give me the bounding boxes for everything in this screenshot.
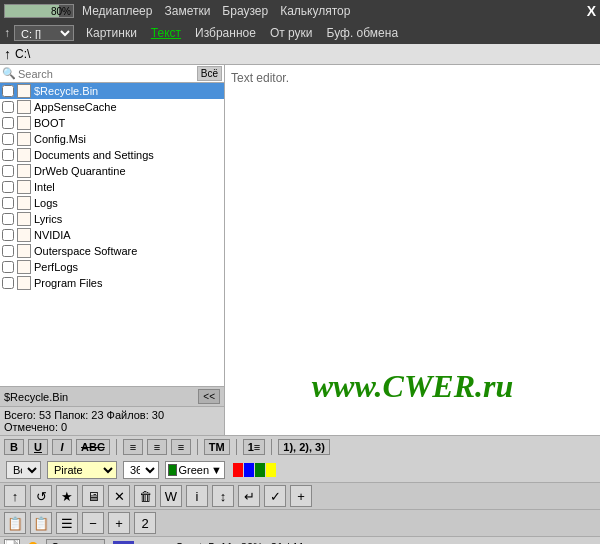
move-up-button[interactable]: ↑ (4, 485, 26, 507)
search-icon: 🔍 (2, 67, 16, 80)
close-button[interactable]: X (587, 3, 596, 19)
path-bar: ↑ C:\ (0, 44, 600, 65)
search-input[interactable] (18, 68, 197, 80)
nav-calculator[interactable]: Калькулятор (280, 4, 350, 18)
list-item[interactable]: Documents and Settings (0, 147, 224, 163)
nav-notes[interactable]: Заметки (164, 4, 210, 18)
strikethrough-button[interactable]: ABC (76, 439, 110, 455)
two-button[interactable]: 2 (134, 512, 156, 534)
list-button[interactable]: 1≡ (243, 439, 266, 455)
size-dropdown[interactable]: 36 (123, 461, 159, 479)
list-view-button[interactable]: ☰ (56, 512, 78, 534)
file-checkbox[interactable] (2, 277, 14, 289)
color-palette (233, 463, 276, 477)
close-icon-btn[interactable]: ✕ (108, 485, 130, 507)
file-checkbox[interactable] (2, 85, 14, 97)
color-green[interactable] (255, 463, 265, 477)
list-item[interactable]: PerfLogs (0, 259, 224, 275)
tab-pictures[interactable]: Картинки (86, 26, 137, 40)
up-dir-icon[interactable]: ↑ (4, 46, 11, 62)
editor-area[interactable]: Text editor. www.CWER.ru (225, 65, 600, 435)
list-item[interactable]: DrWeb Quarantine (0, 163, 224, 179)
list-item[interactable]: Logs (0, 195, 224, 211)
progress-bar: 80% (4, 4, 74, 18)
tab-text[interactable]: Текст (151, 26, 181, 40)
sort-button[interactable]: ↕ (212, 485, 234, 507)
tm-button[interactable]: TM (204, 439, 230, 455)
computer-button[interactable]: 🖥 (82, 485, 104, 507)
paste-button[interactable]: 📋 (30, 512, 52, 534)
italic-button[interactable]: I (52, 439, 72, 455)
file-checkbox[interactable] (2, 197, 14, 209)
save-button[interactable]: Сохранит (46, 539, 105, 544)
editor-placeholder: Text editor. (231, 71, 289, 85)
align-left-button[interactable]: ≡ (123, 439, 143, 455)
info-button[interactable]: i (186, 485, 208, 507)
scope-dropdown[interactable]: Всё (6, 461, 41, 479)
star-button[interactable]: ★ (56, 485, 78, 507)
tab-favorites[interactable]: Избранное (195, 26, 256, 40)
file-svg (6, 540, 18, 544)
align-right-button[interactable]: ≡ (171, 439, 191, 455)
file-checkbox[interactable] (2, 213, 14, 225)
toolbar-row3: ↑ ↺ ★ 🖥 ✕ 🗑 W i ↕ ↵ ✓ + (0, 482, 600, 509)
color-red[interactable] (233, 463, 243, 477)
file-checkbox[interactable] (2, 229, 14, 241)
file-checkbox[interactable] (2, 101, 14, 113)
list-item[interactable]: AppSenseCache (0, 99, 224, 115)
numbering-button[interactable]: 1), 2), 3) (278, 439, 330, 455)
word-button[interactable]: W (160, 485, 182, 507)
check-button[interactable]: ✓ (264, 485, 286, 507)
color-name: Green (179, 464, 210, 476)
folder-icon (17, 148, 31, 162)
file-checkbox[interactable] (2, 165, 14, 177)
delete-button[interactable]: 🗑 (134, 485, 156, 507)
right-panel: Text editor. www.CWER.ru (225, 65, 600, 435)
color-select-area: Green ▼ (165, 461, 225, 479)
search-all-button[interactable]: Всё (197, 66, 222, 81)
file-checkbox[interactable] (2, 149, 14, 161)
list-item[interactable]: BOOT (0, 115, 224, 131)
file-name: BOOT (34, 117, 65, 129)
bold-button[interactable]: B (4, 439, 24, 455)
checked-stats: Отмечено: 0 (4, 421, 220, 433)
nav-browser[interactable]: Браузер (222, 4, 268, 18)
drive-dropdown[interactable]: C: [] (14, 25, 74, 41)
enter-button[interactable]: ↵ (238, 485, 260, 507)
color-dropdown-arrow[interactable]: ▼ (211, 464, 222, 476)
rotate-button[interactable]: ↺ (30, 485, 52, 507)
add-button[interactable]: + (290, 485, 312, 507)
list-item[interactable]: $Recycle.Bin (0, 83, 224, 99)
toolbar-row2: Всё Pirate 36 Green ▼ (0, 458, 600, 482)
minus-button[interactable]: − (82, 512, 104, 534)
color-yellow[interactable] (266, 463, 276, 477)
list-item[interactable]: Program Files (0, 275, 224, 291)
collapse-button[interactable]: << (198, 389, 220, 404)
file-checkbox[interactable] (2, 261, 14, 273)
selected-path-label: $Recycle.Bin (4, 391, 68, 403)
up-arrow-icon[interactable]: ↑ (4, 26, 10, 40)
align-center-button[interactable]: ≡ (147, 439, 167, 455)
underline-button[interactable]: U (28, 439, 48, 455)
list-item[interactable]: Lyrics (0, 211, 224, 227)
list-item[interactable]: Outerspace Software (0, 243, 224, 259)
file-checkbox[interactable] (2, 133, 14, 145)
file-checkbox[interactable] (2, 181, 14, 193)
file-name: Intel (34, 181, 55, 193)
file-checkbox[interactable] (2, 245, 14, 257)
font-dropdown[interactable]: Pirate (47, 461, 117, 479)
folder-icon (17, 180, 31, 194)
copy-button[interactable]: 📋 (4, 512, 26, 534)
folder-icon (17, 244, 31, 258)
color-blue[interactable] (244, 463, 254, 477)
list-item[interactable]: Config.Msi (0, 131, 224, 147)
file-name: AppSenseCache (34, 101, 117, 113)
list-item[interactable]: NVIDIA (0, 227, 224, 243)
file-checkbox[interactable] (2, 117, 14, 129)
tab-clipboard[interactable]: Буф. обмена (327, 26, 399, 40)
list-item[interactable]: Intel (0, 179, 224, 195)
separator3 (236, 439, 237, 455)
nav-mediaplayer[interactable]: Медиаплеер (82, 4, 152, 18)
tab-handwriting[interactable]: От руки (270, 26, 313, 40)
plus-button[interactable]: + (108, 512, 130, 534)
